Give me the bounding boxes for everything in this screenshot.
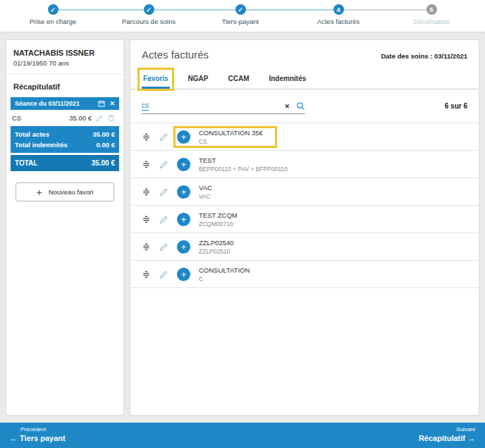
- drag-handle-icon[interactable]: [142, 187, 151, 197]
- drag-handle-icon[interactable]: [142, 270, 151, 279]
- act-code: CS: [12, 114, 65, 122]
- item-subtitle: ZZLP02510: [199, 248, 234, 255]
- act-line-row: CS 35.00 €: [11, 110, 119, 126]
- clear-icon[interactable]: ✕: [284, 103, 290, 110]
- list-item: + TEST ZCQM ZCQM00710: [130, 206, 479, 233]
- step-label: Actes facturés: [293, 18, 384, 25]
- add-act-button[interactable]: +: [177, 268, 190, 281]
- step-dot: ✓: [235, 4, 246, 15]
- drag-handle-icon[interactable]: [142, 132, 151, 142]
- total-indemnites-row: Total indemnités 0.00 €: [15, 139, 115, 150]
- favorites-list: + CONSULTATION 35€ CS + TEST BEPP00110 +…: [130, 123, 479, 288]
- drag-handle-icon[interactable]: [142, 242, 151, 251]
- trash-icon[interactable]: [108, 114, 115, 122]
- total-indemnites-value: 0.00 €: [97, 139, 115, 150]
- list-item: + ZZLP02540 ZZLP02510: [130, 233, 479, 261]
- item-subtitle: BEPP00110 + PAV + BFPP00110: [199, 166, 288, 173]
- tab-ccam[interactable]: CCAM: [226, 69, 250, 89]
- next-label: Récapitulatif →: [419, 434, 475, 442]
- tab-ngap[interactable]: NGAP: [187, 69, 210, 89]
- item-title: TEST: [199, 156, 288, 164]
- panel-header: Actes facturés Date des soins : 03/11/20…: [130, 40, 479, 61]
- step-actes-factures[interactable]: 4 Actes facturés: [293, 4, 384, 25]
- edit-icon[interactable]: [96, 114, 104, 122]
- new-favorite-label: Nouveau favori: [49, 188, 94, 196]
- previous-label: ← Tiers payant: [10, 434, 66, 442]
- item-subtitle: VAC: [199, 193, 212, 200]
- step-number: 5: [429, 6, 433, 13]
- add-act-button[interactable]: +: [177, 240, 190, 254]
- next-button[interactable]: Suivant Récapitulatif →: [419, 426, 475, 442]
- add-act-button[interactable]: +: [177, 185, 190, 199]
- item-texts: ZZLP02540 ZZLP02510: [199, 239, 234, 255]
- actes-factures-panel: Actes facturés Date des soins : 03/11/20…: [130, 39, 479, 416]
- plus-icon: +: [181, 215, 187, 224]
- item-texts: CONSULTATION C: [199, 266, 250, 282]
- check-icon: ✓: [238, 6, 243, 13]
- tabs-bar: Favoris NGAP CCAM Indemnités: [130, 69, 479, 89]
- step-tiers-payant[interactable]: ✓ Tiers-payant: [195, 4, 286, 25]
- arrow-left-icon: ←: [10, 434, 18, 442]
- grand-total-row: TOTAL 35.00 €: [11, 155, 119, 171]
- step-dot: 4: [333, 4, 344, 15]
- plus-icon: +: [181, 132, 187, 142]
- step-label: Prise en charge: [7, 18, 99, 25]
- patient-summary-card: NATACHABIS ISSNER 01/19/1950 70 ans Réca…: [6, 39, 124, 416]
- search-input[interactable]: cs ✕: [142, 99, 305, 114]
- footer-bar: Précédent ← Tiers payant Suivant Récapit…: [0, 423, 485, 448]
- grand-total-label: TOTAL: [15, 159, 37, 167]
- page: ✓ Prise en charge ✓ Parcours de soins ✓ …: [0, 0, 485, 448]
- totals-block: Total actes 35.00 € Total indemnités 0.0…: [11, 126, 119, 153]
- tab-indemnites[interactable]: Indemnités: [267, 69, 307, 89]
- check-icon: ✓: [146, 6, 152, 13]
- list-item: + CONSULTATION C: [130, 261, 479, 288]
- step-label: Tiers-payant: [195, 18, 286, 25]
- item-texts: TEST BEPP00110 + PAV + BFPP00110: [199, 156, 288, 173]
- total-actes-row: Total actes 35.00 €: [15, 129, 115, 139]
- step-parcours-de-soins[interactable]: ✓ Parcours de soins: [103, 4, 195, 25]
- edit-icon[interactable]: [159, 187, 168, 197]
- plus-icon: +: [181, 187, 187, 197]
- step-dot: ✓: [48, 4, 59, 15]
- search-icon[interactable]: [296, 101, 305, 111]
- total-actes-value: 35.00 €: [92, 129, 115, 139]
- page-title: Actes facturés: [142, 49, 209, 61]
- add-act-button[interactable]: +: [177, 213, 190, 226]
- step-prise-en-charge[interactable]: ✓ Prise en charge: [7, 4, 99, 25]
- patient-name: NATACHABIS ISSNER: [13, 49, 116, 57]
- patient-birthdate: 01/19/1950 70 ans: [13, 59, 116, 67]
- edit-icon[interactable]: [159, 160, 168, 169]
- step-label: Sécurisation: [386, 18, 477, 25]
- close-icon[interactable]: ✕: [109, 100, 115, 107]
- previous-button[interactable]: Précédent ← Tiers payant: [10, 426, 66, 442]
- item-title: CONSULTATION 35€: [199, 129, 263, 137]
- item-subtitle: C: [199, 275, 250, 282]
- add-act-button[interactable]: +: [177, 130, 190, 144]
- drag-handle-icon[interactable]: [142, 215, 151, 224]
- item-subtitle: CS: [199, 138, 263, 145]
- drag-handle-icon[interactable]: [142, 160, 151, 169]
- next-small-label: Suivant: [419, 426, 475, 433]
- add-act-button[interactable]: +: [177, 158, 190, 171]
- step-dot: 5: [426, 4, 437, 15]
- total-indemnites-label: Total indemnités: [15, 139, 68, 150]
- session-label: Séance du 03/11/2021: [15, 100, 94, 107]
- edit-icon[interactable]: [159, 270, 168, 279]
- list-item: + CONSULTATION 35€ CS: [130, 123, 479, 151]
- calendar-icon[interactable]: [98, 100, 105, 107]
- recap-title: Récapitulatif: [13, 82, 116, 91]
- edit-icon[interactable]: [159, 215, 168, 224]
- item-texts: CONSULTATION 35€ CS: [199, 129, 263, 145]
- item-title: CONSULTATION: [199, 266, 250, 274]
- grand-total-value: 35.00 €: [92, 159, 115, 167]
- new-favorite-button[interactable]: + Nouveau favori: [16, 182, 114, 201]
- step-securisation: 5 Sécurisation: [386, 4, 477, 25]
- tab-favoris[interactable]: Favoris: [142, 69, 170, 89]
- edit-icon[interactable]: [159, 242, 168, 251]
- session-header-row: Séance du 03/11/2021 ✕: [11, 97, 119, 110]
- act-amount: 35.00 €: [69, 114, 92, 122]
- care-date-label: Date des soins : 03/11/2021: [381, 52, 467, 60]
- item-title: ZZLP02540: [199, 239, 234, 247]
- edit-icon[interactable]: [159, 132, 168, 142]
- arrow-right-icon: →: [467, 434, 475, 442]
